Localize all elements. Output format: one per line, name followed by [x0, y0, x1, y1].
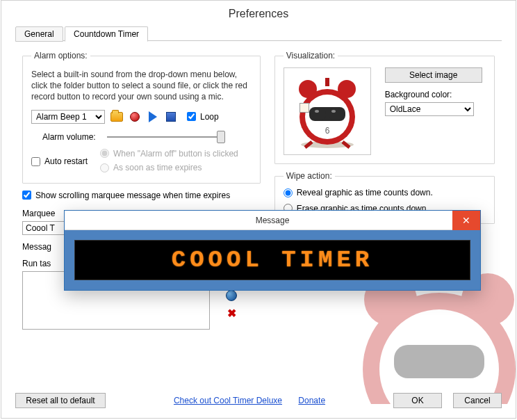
alarm-desc: Select a built-in sound from the drop-do…: [31, 69, 252, 103]
svg-point-7: [312, 107, 326, 121]
message-window-title: Message ✕: [65, 211, 480, 230]
play-icon[interactable]: [147, 111, 159, 123]
close-icon[interactable]: ✕: [452, 211, 480, 230]
visualization-group: Visualization:: [274, 51, 495, 164]
auto-restart-checkbox[interactable]: Auto restart: [31, 156, 88, 166]
reset-all-button[interactable]: Reset all to default: [15, 393, 106, 408]
stop-icon[interactable]: [165, 111, 177, 123]
loop-checkbox[interactable]: Loop: [187, 112, 219, 122]
svg-point-8: [329, 107, 343, 121]
svg-point-10: [331, 110, 336, 113]
message-label: Messag: [22, 242, 58, 252]
radio-reveal-graphic[interactable]: Reveal graphic as time counts down.: [284, 188, 433, 197]
alarm-options-legend: Alarm options:: [31, 51, 90, 60]
svg-rect-3: [325, 78, 329, 86]
svg-rect-18: [394, 345, 484, 378]
marquee-display: COOOL TIMER: [74, 240, 470, 280]
alarm-volume-label: Alarm volume:: [42, 132, 96, 142]
background-color-label: Background color:: [385, 90, 486, 99]
cancel-button[interactable]: Cancel: [453, 393, 502, 408]
globe-icon[interactable]: [225, 289, 238, 302]
message-window: Message ✕ COOOL TIMER: [64, 210, 481, 291]
visualization-preview: 6: [284, 67, 371, 155]
marquee-label: Marquee: [22, 209, 58, 218]
radio-as-soon-expires: As soon as time expires: [100, 163, 202, 172]
visualization-legend: Visualization:: [284, 51, 338, 60]
page-title: Preferences: [1, 1, 516, 24]
ok-button[interactable]: OK: [393, 393, 442, 408]
background-color-select[interactable]: OldLace: [385, 102, 474, 116]
donate-link[interactable]: Donate: [298, 396, 325, 405]
tab-countdown-timer[interactable]: Countdown Timer: [65, 26, 148, 42]
svg-point-9: [315, 110, 319, 113]
run-task-label: Run tas: [22, 259, 58, 268]
radio-when-alarm-off: When "Alarm off" button is clicked: [100, 149, 238, 159]
clock-image: 6: [288, 72, 366, 150]
alarm-sound-select[interactable]: Alarm Beep 1: [31, 110, 105, 124]
wipe-action-legend: Wipe action:: [284, 171, 335, 181]
folder-icon[interactable]: [110, 111, 123, 123]
record-icon[interactable]: [129, 111, 141, 123]
show-marquee-checkbox[interactable]: Show scrolling marquee message when time…: [22, 191, 230, 200]
alarm-options-group: Alarm options: Select a built-in sound f…: [22, 51, 261, 184]
svg-text:6: 6: [325, 126, 329, 136]
cool-timer-deluxe-link[interactable]: Check out Cool Timer Deluxe: [174, 396, 282, 405]
delete-icon[interactable]: ✖: [225, 307, 238, 320]
select-image-button[interactable]: Select image: [385, 67, 482, 83]
tab-strip: General Countdown Timer: [15, 26, 502, 41]
alarm-volume-slider[interactable]: [107, 136, 225, 138]
tab-general[interactable]: General: [15, 26, 63, 42]
